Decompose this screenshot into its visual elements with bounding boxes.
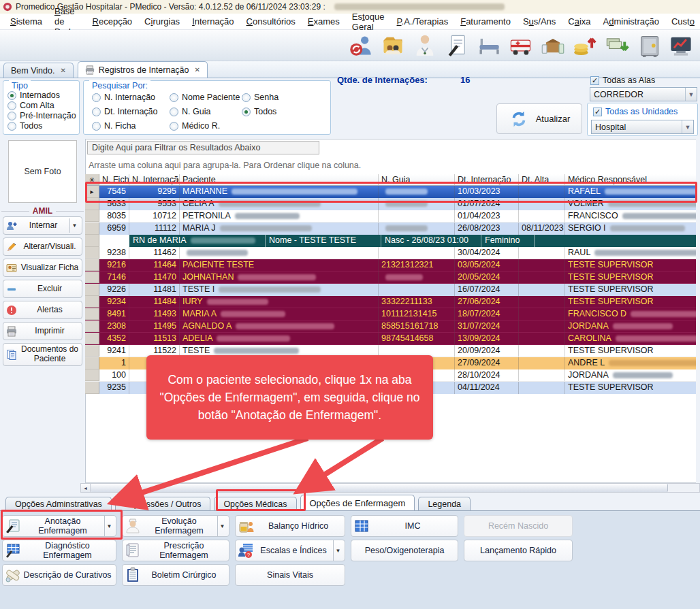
horizontal-scrollbar[interactable]: ◄ [80, 483, 700, 493]
radio-pre-internacao[interactable]: Pré-Internação [7, 111, 79, 120]
tab-close-icon[interactable]: ✕ [60, 67, 65, 74]
column-header-dt-internacao[interactable]: Dt. Internação [455, 174, 519, 185]
contract-icon[interactable] [445, 33, 469, 58]
tab-impressoes-outros[interactable]: Impressões / Outros [115, 497, 211, 511]
dropdown-arrow-icon[interactable]: ▼ [104, 516, 114, 536]
internar-button[interactable]: Internar▼ [3, 216, 82, 235]
revenue-up-icon[interactable] [573, 33, 597, 58]
menu-exames[interactable]: Exames [302, 14, 346, 29]
alterar-visuali-button[interactable]: Alterar/Visuali. [3, 237, 82, 256]
column-header-n-internacao[interactable]: N. Internação [129, 174, 180, 185]
dropdown-arrow-icon[interactable]: ▼ [217, 516, 227, 536]
column-header-n-ficha[interactable]: N. Ficha [99, 174, 129, 185]
radio-medico-r[interactable]: Médico R. [170, 121, 242, 131]
radio-todos[interactable]: Todos [242, 107, 310, 116]
scrollbar-thumb[interactable] [91, 484, 668, 492]
radio-nome-paciente[interactable]: Nome Paciente [170, 93, 242, 102]
atualizar-button[interactable]: Atualizar [496, 103, 582, 134]
column-header-paciente[interactable]: Paciente [180, 174, 379, 185]
radio-n-internacao[interactable]: N. Internação [92, 93, 170, 102]
menu-internacao[interactable]: Internação [186, 14, 240, 29]
balanco-hidrico-button[interactable]: Balanço Hídrico [235, 515, 345, 537]
table-row[interactable]: 922611481TESTE I16/07/2024TESTE SUPERVIS… [85, 284, 696, 296]
radio-com-alta[interactable]: Com Alta [7, 101, 79, 110]
expense-down-icon[interactable] [605, 33, 629, 58]
menu-p-a-terapias[interactable]: P.A./Terapias [391, 14, 455, 29]
dropdown-arrow-icon[interactable]: ▼ [69, 218, 79, 233]
table-row[interactable]: 230811495AGNALDO A85851516171831/07/2024… [85, 320, 696, 333]
menu-caixa[interactable]: Caixa [562, 14, 596, 29]
scroll-left-icon[interactable]: ◄ [81, 484, 91, 492]
billing-panel-icon[interactable] [669, 33, 693, 58]
patients-folder-icon[interactable] [381, 33, 405, 58]
radio-todos[interactable]: Todos [7, 121, 79, 131]
table-row[interactable]: ▸75459295MARIANNE10/03/2023RAFAEL [85, 186, 696, 198]
imc-button[interactable]: IMC [351, 515, 458, 537]
tab-legenda[interactable]: Legenda [418, 497, 471, 511]
menu-administracao[interactable]: Administração [597, 14, 665, 29]
menu-faturamento[interactable]: Faturamento [454, 14, 517, 29]
alertas-button[interactable]: Alertas [3, 301, 82, 319]
menu-cirurgias[interactable]: Cirurgias [138, 14, 186, 29]
table-row[interactable]: 714611470JOHNATHAN20/05/2024TESTE SUPERV… [85, 271, 696, 284]
table-row[interactable]: 849111493MARIA A10111213141518/07/2024FR… [85, 308, 696, 320]
anotacao-enfermagem-button[interactable]: Anotação Enfermagem▼ [2, 515, 116, 537]
users-sync-icon[interactable] [349, 33, 373, 58]
table-row[interactable]: 923411484IURY3332221113327/06/2024TESTE … [85, 296, 696, 308]
radio-internados[interactable]: Internados [7, 90, 79, 100]
ambulance-icon[interactable] [509, 33, 533, 58]
tab-registros-de-internacao[interactable]: Registros de Internação✕ [78, 61, 208, 78]
radio-dt-internacao[interactable]: Dt. Internação [92, 107, 170, 116]
safe-icon[interactable] [637, 33, 661, 58]
radio-n-ficha[interactable]: N. Ficha [92, 121, 170, 131]
unidade-combobox[interactable]: Hospital▼ [591, 120, 694, 134]
table-row[interactable]: 56339553CELIA A01/07/2024VOLMER [85, 198, 696, 210]
evolucao-enfermagem-button[interactable]: Evolução Enfermagem▼ [122, 515, 229, 537]
tab-opcoes-adminstrativas[interactable]: Opções Adminstrativas [5, 497, 112, 511]
groupbox-tipo: Tipo InternadosCom AltaPré-InternaçãoTod… [3, 80, 80, 135]
hospital-bed-icon[interactable] [477, 33, 501, 58]
table-row[interactable]: 803510712PETRONILA01/04/2023FRANCISCO [85, 210, 696, 223]
grid-filter-input[interactable]: Digite Aqui para Filtrar os Resultados A… [87, 141, 319, 154]
dropdown-arrow-icon[interactable]: ▼ [333, 540, 343, 561]
tab-close-icon[interactable]: ✕ [195, 66, 200, 73]
column-header-medico-responsavel[interactable]: Médico Responsável [565, 174, 696, 185]
pharmacy-box-icon[interactable] [541, 33, 565, 58]
table-row[interactable]: 921611464PACIENTE TESTE2132131232103/05/… [85, 259, 696, 271]
button-label: Escalas e Índices [254, 546, 333, 555]
table-row[interactable]: 695911112MARIA J26/08/202308/11/2023SERG… [85, 223, 696, 235]
menu-sus-ans[interactable]: Sus/Ans [517, 14, 562, 29]
escalas-e-indices-button[interactable]: ?Escalas e Índices▼ [235, 540, 345, 561]
table-row[interactable]: 92381146230/04/2024RAUL [85, 247, 696, 259]
menu-custo[interactable]: Custo [665, 14, 700, 29]
column-header-n-guia[interactable]: N. Guia [379, 174, 455, 185]
tab-opcoes-medicas[interactable]: Opções Médicas [214, 497, 296, 511]
ala-combobox[interactable]: CORREDOR▼ [590, 87, 697, 101]
prescricao-enfermagem-button[interactable]: Prescrição Enfermagem [122, 540, 229, 561]
sinais-vitais-button[interactable]: Sinais Vitais [235, 564, 345, 586]
tab-opcoes-de-enfermagem[interactable]: Opções de Enfermagem [300, 495, 415, 511]
row-indicator-cell [85, 284, 99, 296]
todas-as-unidades-checkbox[interactable]: ✓Todas as Unidades [593, 107, 678, 116]
descricao-de-curativos-button[interactable]: Descrição de Curativos [2, 564, 116, 586]
radio-n-guia[interactable]: N. Guia [170, 107, 242, 116]
menu-consultorios[interactable]: Consultórios [240, 14, 302, 29]
table-row[interactable]: 435211513ADELIA9874541465813/09/2024CARO… [85, 333, 696, 345]
doctor-icon[interactable] [413, 33, 437, 58]
radio-senha[interactable]: Senha [242, 93, 310, 102]
todas-as-alas-checkbox[interactable]: ✓Todas as Alas [590, 76, 655, 85]
table-row[interactable]: RN de MARIANome - TESTE TESTENasc - 26/0… [85, 235, 696, 247]
excluir-button[interactable]: Excluir [3, 280, 82, 298]
menu-sistema[interactable]: Sistema [4, 14, 48, 29]
tab-bem-vindo[interactable]: Bem Vindo.✕ [3, 63, 74, 78]
peso-oxigenoterapia-button[interactable]: Peso/Oxigenoterapia [351, 540, 458, 561]
diagnostico-enfermagem-button[interactable]: Diagnóstico Enfermagem [2, 540, 116, 561]
visualizar-ficha-button[interactable]: Visualizar Ficha [3, 259, 82, 277]
column-header-dt-alta[interactable]: Dt. Alta [519, 174, 565, 185]
bandage-icon [5, 567, 21, 583]
boletim-cirurgico-button[interactable]: Boletim Cirúrgico [122, 564, 229, 586]
lancamento-rapido-button[interactable]: Lançamento Rápido [464, 540, 573, 561]
documentos-do-paciente-button[interactable]: Documentos do Paciente [3, 343, 82, 366]
menu-recepcao[interactable]: Recepção [86, 14, 139, 29]
imprimir-button[interactable]: Imprimir [3, 322, 82, 340]
